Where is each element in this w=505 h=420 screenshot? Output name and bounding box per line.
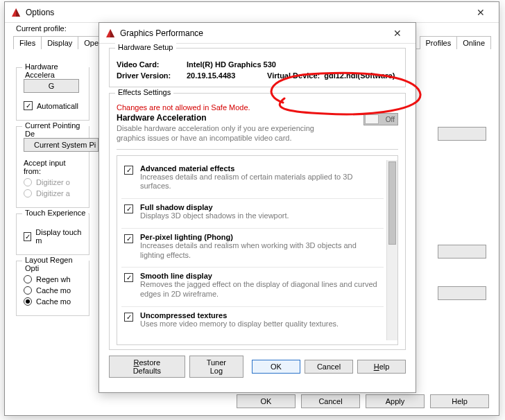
options-apply-button[interactable]: Apply — [366, 394, 425, 408]
tuner-log-button[interactable]: Tuner Log — [189, 356, 243, 378]
safe-mode-warning: Changes are not allowed in Safe Mode. — [117, 103, 398, 112]
toggle-label: Off — [386, 116, 395, 123]
obscured-button-2[interactable] — [438, 245, 486, 259]
group-layout: Layout Regen Opti Regen wh Cache mo Cach… — [16, 261, 89, 316]
auto-check[interactable]: ✓Automaticall — [24, 101, 82, 110]
radio-digitizer-1: Digitizer o — [24, 178, 82, 186]
options-help-button[interactable]: Help — [430, 394, 489, 408]
gfx-cancel-button[interactable]: Cancel — [305, 360, 353, 374]
radio-cache-2[interactable]: Cache mo — [24, 297, 82, 306]
effects-list-container: ✓Advanced material effectsIncreases deta… — [117, 155, 398, 345]
gfx-help-button[interactable]: Help — [357, 360, 406, 374]
radio-regen[interactable]: Regen wh — [24, 275, 82, 283]
effect-title: Smooth line display — [140, 272, 379, 280]
obscured-button-3[interactable] — [438, 286, 486, 300]
scrollbar-thumb[interactable] — [388, 161, 396, 245]
driver-version-value: 20.19.15.4483 — [187, 71, 263, 80]
group-hwaccel-legend: Hardware Accelera — [22, 62, 89, 79]
gfx-help-label: elp — [379, 362, 390, 371]
radio-digitizer-2: Digitizer a — [24, 189, 82, 198]
options-titlebar: Options ✕ — [5, 2, 499, 23]
effects-list: ✓Advanced material effectsIncreases deta… — [121, 160, 384, 340]
obscured-button-1[interactable] — [438, 127, 486, 141]
gfx-ok-button[interactable]: OK — [252, 360, 300, 374]
group-hwaccel: Hardware Accelera G ✓Automaticall — [16, 67, 89, 121]
effect-checkbox[interactable]: ✓ — [124, 204, 133, 213]
options-ok-button[interactable]: OK — [237, 394, 296, 408]
tab-display[interactable]: Display — [41, 36, 78, 49]
effect-description: Increases details and realism of certain… — [140, 173, 379, 192]
options-close-button[interactable]: ✕ — [467, 3, 495, 22]
effects-legend: Effects Settings — [115, 88, 173, 96]
effect-checkbox[interactable]: ✓ — [124, 273, 133, 282]
driver-version-label: Driver Version: — [117, 71, 182, 80]
hwaccel-description: Disable hardware acceleration only if yo… — [117, 124, 339, 143]
effect-title: Full shadow display — [140, 203, 289, 211]
gfx-title: Graphics Performance — [120, 28, 203, 38]
effect-title: Uncompressed textures — [140, 311, 339, 320]
effects-settings-group: Effects Settings Changes are not allowed… — [109, 93, 406, 350]
effect-checkbox[interactable]: ✓ — [124, 166, 133, 175]
effect-description: Uses more video memory to display better… — [140, 320, 339, 329]
tab-online[interactable]: Online — [456, 36, 491, 49]
effects-scrollbar[interactable] — [386, 160, 397, 340]
effect-title: Advanced material effects — [140, 164, 379, 173]
effect-description: Increases details and realism when worki… — [140, 241, 379, 261]
hwaccel-toggle[interactable]: Off — [363, 113, 398, 125]
effect-description: Removes the jagged effect on the display… — [140, 280, 379, 299]
current-profile-label: Current profile: — [16, 24, 67, 33]
effect-checkbox[interactable]: ✓ — [124, 313, 133, 322]
restore-defaults-button[interactable]: Restore Defaults — [109, 356, 185, 378]
effect-item: ✓Uncompressed texturesUses more video me… — [121, 307, 384, 336]
gfx-close-button[interactable]: ✕ — [384, 24, 411, 43]
graphics-performance-dialog: Graphics Performance ✕ Hardware Setup Vi… — [99, 22, 416, 393]
video-card-label: Video Card: — [117, 60, 182, 69]
tab-files[interactable]: Files — [13, 36, 42, 49]
effect-item: ✓Advanced material effectsIncreases deta… — [121, 160, 384, 200]
radio-cache-1[interactable]: Cache mo — [24, 286, 82, 295]
gfx-button-row: Restore Defaults Tuner Log OK Cancel Hel… — [109, 356, 406, 378]
group-touch-legend: Touch Experience — [22, 209, 88, 217]
group-pointing: Current Pointing De Current System Pi Ac… — [16, 126, 89, 208]
hardware-setup-group: Hardware Setup Video Card: Intel(R) HD G… — [109, 48, 406, 87]
hwaccel-title: Hardware Acceleration — [117, 113, 363, 123]
options-title: Options — [26, 8, 54, 17]
effect-title: Per-pixel lighting (Phong) — [140, 233, 379, 241]
options-button-row: OK Cancel Apply Help — [237, 394, 489, 408]
group-touch: Touch Experience ✓Display touch m — [16, 213, 89, 255]
app-icon — [10, 7, 22, 18]
group-pointing-legend: Current Pointing De — [22, 121, 89, 138]
hardware-setup-legend: Hardware Setup — [115, 43, 176, 51]
effect-item: ✓Full shadow displayDisplays 3D object s… — [121, 199, 384, 229]
effect-item: ✓Per-pixel lighting (Phong)Increases det… — [121, 229, 384, 268]
effect-item: ✓Smooth line displayRemoves the jagged e… — [121, 268, 384, 307]
touch-check[interactable]: ✓Display touch m — [24, 228, 82, 245]
gfx-titlebar: Graphics Performance ✕ — [99, 23, 416, 44]
virtual-device-label: Virtual Device: — [267, 71, 320, 80]
app-icon — [105, 28, 116, 39]
hwaccel-button[interactable]: G — [24, 79, 79, 93]
tab-profiles[interactable]: Profiles — [420, 36, 458, 49]
video-card-value: Intel(R) HD Graphics 530 — [187, 60, 276, 69]
effect-checkbox[interactable]: ✓ — [124, 234, 133, 243]
virtual-device-value: gdi12.hdi(Software) — [324, 71, 395, 80]
accept-input-label: Accept input from: — [24, 159, 82, 175]
options-cancel-button[interactable]: Cancel — [301, 394, 360, 408]
pointing-button[interactable]: Current System Pi — [24, 138, 99, 152]
group-layout-legend: Layout Regen Opti — [22, 256, 89, 272]
effect-description: Displays 3D object shadows in the viewpo… — [140, 211, 289, 221]
